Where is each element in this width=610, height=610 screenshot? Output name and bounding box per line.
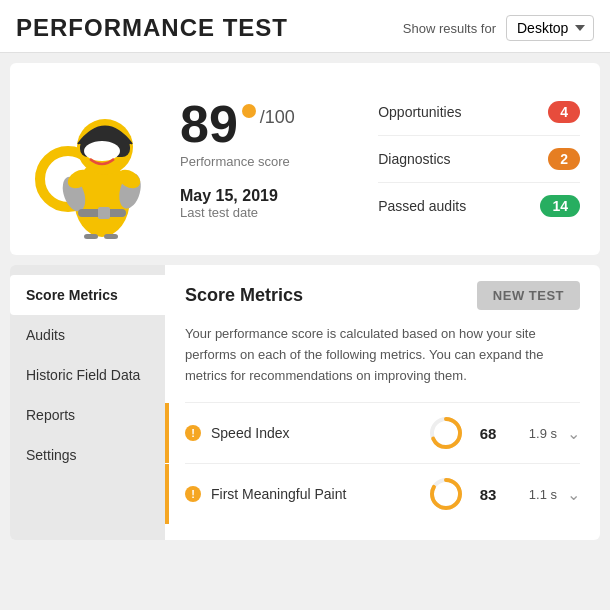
new-test-button[interactable]: NEW TEST xyxy=(477,281,580,310)
svg-rect-9 xyxy=(84,234,98,239)
svg-rect-8 xyxy=(98,207,110,219)
metric-time-speed-index: 1.9 s xyxy=(512,426,557,441)
metric-icon-speed-index: ! xyxy=(185,425,201,441)
metric-score-fmp: 83 xyxy=(474,486,502,503)
score-out-of: /100 xyxy=(260,108,295,126)
main-bottom: Score Metrics Audits Historic Field Data… xyxy=(10,265,600,540)
metric-item-speed-index: ! Speed Index 68 1.9 s ⌄ xyxy=(185,402,580,463)
sidebar-item-reports[interactable]: Reports xyxy=(10,395,165,435)
metric-row-passed: Passed audits 14 xyxy=(378,183,580,229)
svg-point-4 xyxy=(84,141,120,161)
mascot-image xyxy=(30,79,150,239)
content-description: Your performance score is calculated bas… xyxy=(185,324,580,386)
page-title: PERFORMANCE TEST xyxy=(16,14,288,42)
metric-name-passed: Passed audits xyxy=(378,198,466,214)
metrics-panel: Opportunities 4 Diagnostics 2 Passed aud… xyxy=(378,89,580,229)
chevron-down-icon-speed-index[interactable]: ⌄ xyxy=(567,424,580,443)
device-select[interactable]: Desktop Mobile xyxy=(506,15,594,41)
sidebar: Score Metrics Audits Historic Field Data… xyxy=(10,265,165,540)
score-info: 89 /100 Performance score May 15, 2019 L… xyxy=(180,98,348,220)
accent-bar-speed-index xyxy=(165,403,169,463)
metric-time-fmp: 1.1 s xyxy=(512,487,557,502)
content-header: Score Metrics NEW TEST xyxy=(185,281,580,310)
score-date-label: Last test date xyxy=(180,205,348,220)
content-area: Score Metrics NEW TEST Your performance … xyxy=(165,265,600,540)
page-header: PERFORMANCE TEST Show results for Deskto… xyxy=(0,0,610,53)
badge-opportunities: 4 xyxy=(548,101,580,123)
sidebar-item-settings[interactable]: Settings xyxy=(10,435,165,475)
header-controls: Show results for Desktop Mobile xyxy=(403,15,594,41)
svg-rect-10 xyxy=(104,234,118,239)
metric-item-first-meaningful-paint: ! First Meaningful Paint 83 1.1 s ⌄ xyxy=(185,463,580,524)
chevron-down-icon-fmp[interactable]: ⌄ xyxy=(567,485,580,504)
badge-diagnostics: 2 xyxy=(548,148,580,170)
sidebar-item-score-metrics[interactable]: Score Metrics xyxy=(10,275,165,315)
score-value: 89 xyxy=(180,98,238,150)
metric-icon-fmp: ! xyxy=(185,486,201,502)
metric-row-diagnostics: Diagnostics 2 xyxy=(378,136,580,183)
metric-name-fmp: First Meaningful Paint xyxy=(211,486,418,502)
badge-passed: 14 xyxy=(540,195,580,217)
donut-fmp xyxy=(428,476,464,512)
score-card: 89 /100 Performance score May 15, 2019 L… xyxy=(10,63,600,255)
score-label: Performance score xyxy=(180,154,348,169)
metric-row-opportunities: Opportunities 4 xyxy=(378,89,580,136)
metric-score-speed-index: 68 xyxy=(474,425,502,442)
show-results-label: Show results for xyxy=(403,21,496,36)
sidebar-item-audits[interactable]: Audits xyxy=(10,315,165,355)
metric-name-opportunities: Opportunities xyxy=(378,104,461,120)
score-warning-dot xyxy=(242,104,256,118)
metric-name-diagnostics: Diagnostics xyxy=(378,151,450,167)
metric-name-speed-index: Speed Index xyxy=(211,425,418,441)
sidebar-item-historic-field-data[interactable]: Historic Field Data xyxy=(10,355,165,395)
donut-speed-index xyxy=(428,415,464,451)
content-title: Score Metrics xyxy=(185,285,303,306)
accent-bar-fmp xyxy=(165,464,169,524)
score-date: May 15, 2019 xyxy=(180,187,348,205)
score-display: 89 /100 xyxy=(180,98,348,150)
